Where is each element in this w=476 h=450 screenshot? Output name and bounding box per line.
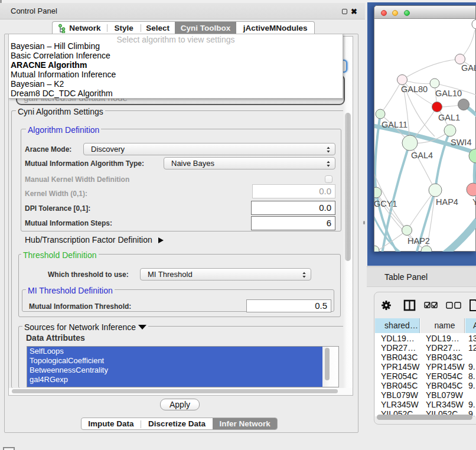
svg-text:HAP2: HAP2	[407, 236, 430, 246]
svg-text:GAL: GAL	[461, 63, 476, 73]
svg-text:SWI4: SWI4	[451, 138, 471, 147]
svg-text:GAL4: GAL4	[411, 151, 433, 160]
svg-text:HAP4: HAP4	[436, 197, 458, 207]
svg-text:GAL11: GAL11	[382, 120, 407, 129]
svg-text:GAL80: GAL80	[401, 84, 428, 94]
svg-text:GCY1: GCY1	[374, 199, 397, 208]
svg-text:Y: Y	[472, 197, 476, 207]
svg-text:GAL1: GAL1	[438, 113, 460, 122]
svg-text:GAL10: GAL10	[435, 89, 462, 98]
